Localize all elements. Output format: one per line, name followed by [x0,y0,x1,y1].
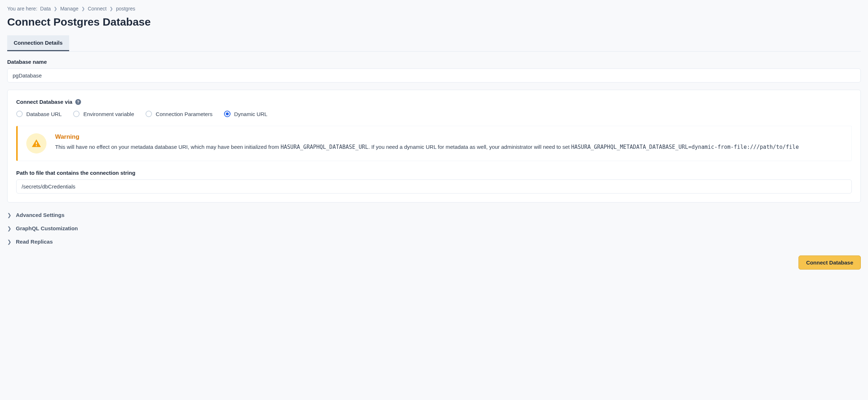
radio-label: Dynamic URL [234,111,268,117]
chevron-right-icon: ❯ [7,212,12,218]
radio-icon [146,111,152,117]
connect-via-radio-group: Database URL Environment variable Connec… [16,111,852,117]
chevron-right-icon: ❯ [7,239,12,245]
db-name-input[interactable] [7,68,861,83]
connect-via-panel: Connect Database via ? Database URL Envi… [7,90,861,203]
radio-env-variable[interactable]: Environment variable [73,111,134,117]
radio-connection-params[interactable]: Connection Parameters [146,111,212,117]
radio-icon [224,111,231,117]
chevron-right-icon: ❯ [109,6,113,11]
warning-box: Warning This will have no effect on your… [16,126,852,161]
svg-rect-0 [36,142,37,144]
warning-title: Warning [55,133,799,141]
db-name-label: Database name [7,59,861,65]
warning-icon [26,133,46,154]
collapsible-label: Read Replicas [16,239,53,245]
chevron-right-icon: ❯ [7,226,12,231]
breadcrumb-prefix: You are here: [7,6,37,12]
radio-icon [16,111,23,117]
radio-database-url[interactable]: Database URL [16,111,62,117]
tab-connection-details[interactable]: Connection Details [7,35,69,51]
path-input[interactable] [16,179,852,194]
radio-label: Connection Parameters [156,111,212,117]
breadcrumb-item[interactable]: Manage [60,6,79,12]
read-replicas-toggle[interactable]: ❯ Read Replicas [7,235,861,248]
radio-icon [73,111,80,117]
actions: Connect Database [7,255,861,270]
radio-label: Database URL [26,111,62,117]
warning-body: This will have no effect on your metadat… [55,143,799,151]
collapsible-label: Advanced Settings [16,212,64,218]
tabs: Connection Details [7,35,861,52]
breadcrumb-item[interactable]: Data [40,6,51,12]
radio-label: Environment variable [83,111,134,117]
breadcrumb-item[interactable]: Connect [88,6,107,12]
advanced-settings-toggle[interactable]: ❯ Advanced Settings [7,208,861,222]
help-icon[interactable]: ? [75,99,81,105]
page-title: Connect Postgres Database [7,16,861,28]
collapsible-label: GraphQL Customization [16,225,78,231]
warning-content: Warning This will have no effect on your… [55,133,799,154]
breadcrumb-item[interactable]: postgres [116,6,135,12]
chevron-right-icon: ❯ [54,6,57,11]
svg-rect-1 [36,145,37,146]
connect-via-label: Connect Database via ? [16,99,852,105]
connect-database-button[interactable]: Connect Database [798,255,861,270]
graphql-customization-toggle[interactable]: ❯ GraphQL Customization [7,222,861,235]
path-label: Path to file that contains the connectio… [16,170,852,176]
breadcrumb: You are here: Data ❯ Manage ❯ Connect ❯ … [7,6,861,12]
chevron-right-icon: ❯ [81,6,85,11]
radio-dynamic-url[interactable]: Dynamic URL [224,111,268,117]
